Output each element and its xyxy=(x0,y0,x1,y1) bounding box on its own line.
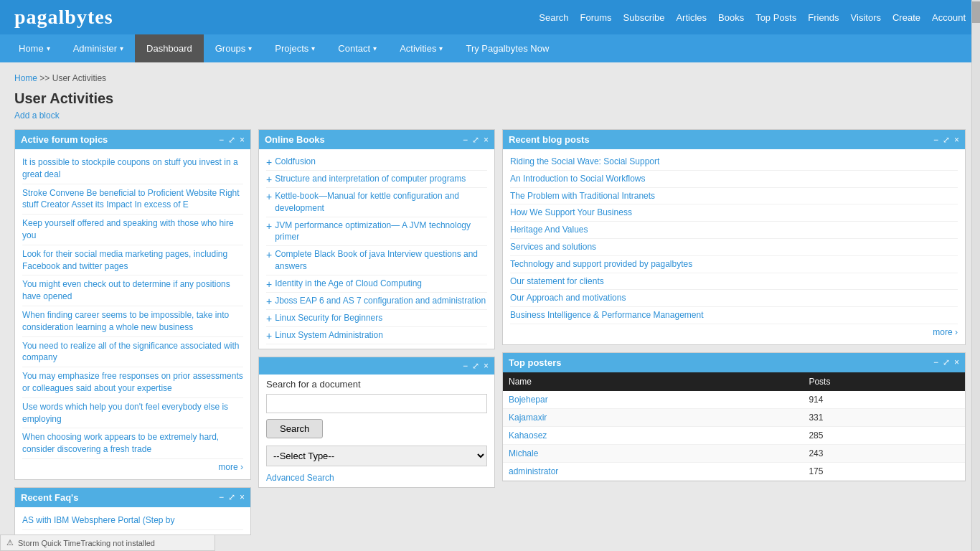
blog-more-link[interactable]: more › xyxy=(510,324,958,340)
top-nav-link-friends[interactable]: Friends xyxy=(808,12,839,23)
recent-faqs-minimize[interactable]: − xyxy=(219,493,224,501)
forum-topic-link[interactable]: It is possible to stockpile coupons on s… xyxy=(22,154,243,184)
top-nav-link-account[interactable]: Account xyxy=(932,12,966,23)
book-link[interactable]: Coldfusion xyxy=(275,156,316,168)
book-expand-icon[interactable]: + xyxy=(266,330,272,342)
recent-blog-expand[interactable]: ⤢ xyxy=(943,136,950,144)
book-expand-icon[interactable]: + xyxy=(266,174,272,185)
poster-name-link[interactable]: Kahaosez xyxy=(509,430,547,441)
online-books-minimize[interactable]: − xyxy=(463,136,468,144)
forum-topic-link[interactable]: When finding career seems to be impossib… xyxy=(22,306,243,337)
nav-item-contact[interactable]: Contact▾ xyxy=(326,34,388,62)
search-block-expand[interactable]: ⤢ xyxy=(472,362,479,370)
recent-blog-close[interactable]: × xyxy=(954,136,959,144)
top-nav-link-visitors[interactable]: Visitors xyxy=(851,12,881,23)
search-block-minimize[interactable]: − xyxy=(463,362,468,370)
book-link[interactable]: Identity in the Age of Cloud Computing xyxy=(275,278,422,290)
bottom-bar-label: Storm Quick TimeTracking not installed xyxy=(18,539,155,547)
blog-post-link[interactable]: The Problem with Traditional Intranets xyxy=(510,188,958,205)
online-books-expand[interactable]: ⤢ xyxy=(472,136,479,144)
book-expand-icon[interactable]: + xyxy=(266,249,272,260)
nav-item-activities[interactable]: Activities▾ xyxy=(388,34,454,62)
book-link[interactable]: Linux System Administration xyxy=(275,329,383,342)
book-link[interactable]: Complete Black Book of java Interview qu… xyxy=(275,248,487,273)
book-expand-icon[interactable]: + xyxy=(266,296,272,307)
forum-topic-link[interactable]: Stroke Convene Be beneficial to Proficie… xyxy=(22,184,243,215)
top-nav-link-create[interactable]: Create xyxy=(892,12,920,23)
breadcrumb-current: User Activities xyxy=(52,73,106,83)
scrollbar-thumb[interactable] xyxy=(972,1,980,23)
poster-row: administrator175 xyxy=(503,462,965,480)
top-posters-minimize[interactable]: − xyxy=(933,358,938,367)
forum-topic-link[interactable]: Look for their social media marketing pa… xyxy=(22,245,243,276)
online-books-controls: − ⤢ × xyxy=(463,136,489,144)
nav-item-projects[interactable]: Projects▾ xyxy=(263,34,326,62)
advanced-search-link[interactable]: Advanced Search xyxy=(266,473,334,483)
blog-post-link[interactable]: An Introduction to Social Workflows xyxy=(510,171,958,188)
book-expand-icon[interactable]: + xyxy=(266,191,272,202)
nav-item-dashboard[interactable]: Dashboard xyxy=(135,34,204,62)
active-forum-minimize[interactable]: − xyxy=(219,136,224,144)
top-nav-link-subscribe[interactable]: Subscribe xyxy=(623,12,665,23)
recent-blog-minimize[interactable]: − xyxy=(933,136,938,144)
add-block-link[interactable]: Add a block xyxy=(14,110,60,121)
book-link[interactable]: Kettle-book—Manual for kettle configurat… xyxy=(275,190,487,215)
top-nav-link-forums[interactable]: Forums xyxy=(580,12,612,23)
book-link[interactable]: Linux Security for Beginners xyxy=(275,312,382,324)
top-nav-link-articles[interactable]: Articles xyxy=(676,12,707,23)
book-expand-icon[interactable]: + xyxy=(266,156,272,168)
poster-name-link[interactable]: Michale xyxy=(509,448,538,458)
blog-post-link[interactable]: Riding the Social Wave: Social Support xyxy=(510,154,958,171)
forum-topic-link[interactable]: You need to realize all of the significa… xyxy=(22,337,243,368)
blog-post-link[interactable]: Business Intelligence & Performance Mana… xyxy=(510,307,958,324)
recent-faqs-close[interactable]: × xyxy=(240,493,245,501)
faq-item-link[interactable]: AS with IBM Websphere Portal (Step by xyxy=(22,512,243,530)
top-nav-link-search[interactable]: Search xyxy=(539,12,568,23)
nav-item-try-pagalbytes-now[interactable]: Try Pagalbytes Now xyxy=(454,34,560,62)
forum-topic-link[interactable]: You might even check out to determine if… xyxy=(22,276,243,306)
top-posters-close[interactable]: × xyxy=(954,358,959,367)
online-books-close[interactable]: × xyxy=(484,136,489,144)
book-expand-icon[interactable]: + xyxy=(266,220,272,232)
search-input[interactable] xyxy=(266,394,487,413)
poster-posts-cell: 175 xyxy=(803,462,965,480)
book-link[interactable]: Structure and interpretation of computer… xyxy=(275,173,466,185)
active-forum-expand[interactable]: ⤢ xyxy=(228,136,235,144)
top-nav-link-top-posts[interactable]: Top Posts xyxy=(755,12,796,23)
book-expand-icon[interactable]: + xyxy=(266,313,272,324)
nav-item-administer[interactable]: Administer▾ xyxy=(62,34,135,62)
recent-faqs-expand[interactable]: ⤢ xyxy=(228,493,235,501)
poster-name-link[interactable]: Kajamaxir xyxy=(509,413,547,423)
forum-topic-link[interactable]: You may emphasize free responses on prio… xyxy=(22,367,243,398)
forum-more-link[interactable]: more › xyxy=(22,459,243,475)
nav-arrow-icon: ▾ xyxy=(373,44,377,52)
nav-item-groups[interactable]: Groups▾ xyxy=(204,34,264,62)
blog-post-link[interactable]: Technology and support provided by pagal… xyxy=(510,256,958,273)
top-nav-link-books[interactable]: Books xyxy=(718,12,744,23)
active-forum-block: Active forum topics − ⤢ × It is possible… xyxy=(14,129,251,480)
nav-arrow-icon: ▾ xyxy=(120,44,123,52)
nav-item-home[interactable]: Home▾ xyxy=(7,34,62,62)
breadcrumb-home[interactable]: Home xyxy=(14,73,37,83)
blog-post-link[interactable]: Our statement for clients xyxy=(510,273,958,291)
search-type-select[interactable]: --Select Type--BooksArticlesForums xyxy=(266,446,487,466)
forum-topic-link[interactable]: When choosing work appears to be extreme… xyxy=(22,428,243,459)
blog-post-link[interactable]: Heritage And Values xyxy=(510,222,958,239)
online-books-body: +Coldfusion+Structure and interpretation… xyxy=(259,149,494,349)
scrollbar-right[interactable] xyxy=(971,0,980,551)
book-expand-icon[interactable]: + xyxy=(266,278,272,290)
search-button[interactable]: Search xyxy=(266,419,323,438)
top-posters-expand[interactable]: ⤢ xyxy=(943,358,950,367)
active-forum-close[interactable]: × xyxy=(240,136,245,144)
blog-post-link[interactable]: Services and solutions xyxy=(510,239,958,256)
search-block-close[interactable]: × xyxy=(484,362,489,370)
poster-posts-cell: 914 xyxy=(803,391,965,409)
poster-name-link[interactable]: Bojehepar xyxy=(509,395,548,405)
book-link[interactable]: Jboss EAP 6 and AS 7 configuration and a… xyxy=(275,295,486,307)
blog-post-link[interactable]: How We Support Your Business xyxy=(510,204,958,222)
forum-topic-link[interactable]: Keep yourself offered and speaking with … xyxy=(22,215,243,245)
blog-post-link[interactable]: Our Approach and motivations xyxy=(510,290,958,307)
forum-topic-link[interactable]: Use words which help you don't feel ever… xyxy=(22,398,243,429)
book-link[interactable]: JVM performance optimization— A JVM tech… xyxy=(275,220,487,244)
poster-name-link[interactable]: administrator xyxy=(509,466,558,476)
